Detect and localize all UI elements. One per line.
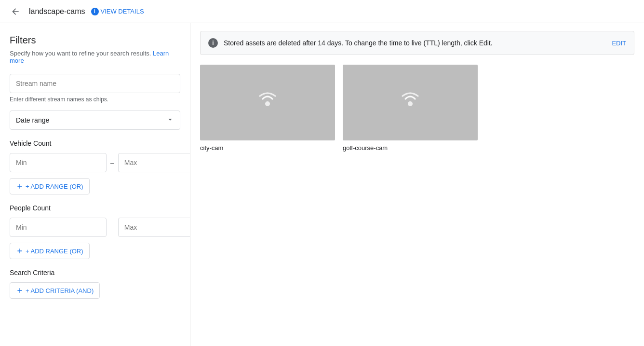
info-icon: i: [91, 8, 99, 15]
view-details-link[interactable]: i VIEW DETAILS: [91, 8, 144, 15]
vehicle-count-label: Vehicle Count: [10, 139, 180, 147]
camera-card-golf[interactable]: golf-course-cam: [343, 65, 478, 152]
main-layout: Filters Specify how you want to refine y…: [0, 23, 644, 346]
broadcast-icon-city: [253, 88, 282, 117]
filters-title: Filters: [10, 35, 180, 46]
app-title: landscape-cams: [29, 7, 85, 16]
svg-point-1: [408, 101, 413, 106]
banner-text: Stored assets are deleted after 14 days.…: [224, 39, 606, 47]
info-banner: i Stored assets are deleted after 14 day…: [200, 31, 634, 55]
view-details-label: VIEW DETAILS: [101, 8, 144, 15]
camera-card-city[interactable]: city-cam: [200, 65, 335, 152]
top-bar: landscape-cams i VIEW DETAILS: [0, 0, 644, 23]
people-min-input[interactable]: [10, 218, 107, 237]
people-add-range-button[interactable]: + ADD RANGE (OR): [10, 243, 90, 259]
date-range-select[interactable]: Date range Last 24 hours Last 7 days Las…: [10, 111, 180, 130]
edit-link[interactable]: EDIT: [612, 40, 626, 47]
content-area: i Stored assets are deleted after 14 day…: [190, 23, 644, 346]
people-count-label: People Count: [10, 204, 180, 212]
vehicle-max-input[interactable]: [118, 153, 190, 172]
stream-name-input[interactable]: [10, 74, 180, 93]
vehicle-min-input[interactable]: [10, 153, 107, 172]
banner-info-icon: i: [208, 38, 218, 48]
camera-name-golf: golf-course-cam: [343, 144, 478, 152]
plus-icon: [16, 182, 24, 190]
people-count-range: –: [10, 218, 180, 237]
filters-desc: Specify how you want to refine your sear…: [10, 50, 180, 64]
stream-name-hint: Enter different stream names as chips.: [10, 96, 180, 103]
back-button[interactable]: [8, 4, 23, 19]
add-criteria-button[interactable]: + ADD CRITERIA (AND): [10, 282, 100, 299]
plus-icon-2: [16, 247, 24, 255]
vehicle-add-range-button[interactable]: + ADD RANGE (OR): [10, 178, 90, 194]
date-range-wrapper: Date range Last 24 hours Last 7 days Las…: [10, 111, 180, 130]
vehicle-count-range: –: [10, 153, 180, 172]
broadcast-icon-golf: [396, 88, 425, 117]
cameras-grid: city-cam golf-course-cam: [200, 65, 634, 152]
people-max-input[interactable]: [118, 218, 190, 237]
camera-thumbnail-golf: [343, 65, 478, 140]
plus-icon-3: [16, 287, 24, 294]
svg-point-0: [265, 101, 270, 106]
vehicle-range-dash: –: [110, 159, 114, 166]
camera-name-city: city-cam: [200, 144, 335, 152]
back-icon: [11, 7, 20, 16]
camera-thumbnail-city: [200, 65, 335, 140]
search-criteria-label: Search Criteria: [10, 269, 180, 277]
sidebar: Filters Specify how you want to refine y…: [0, 23, 190, 346]
people-range-dash: –: [110, 223, 114, 231]
